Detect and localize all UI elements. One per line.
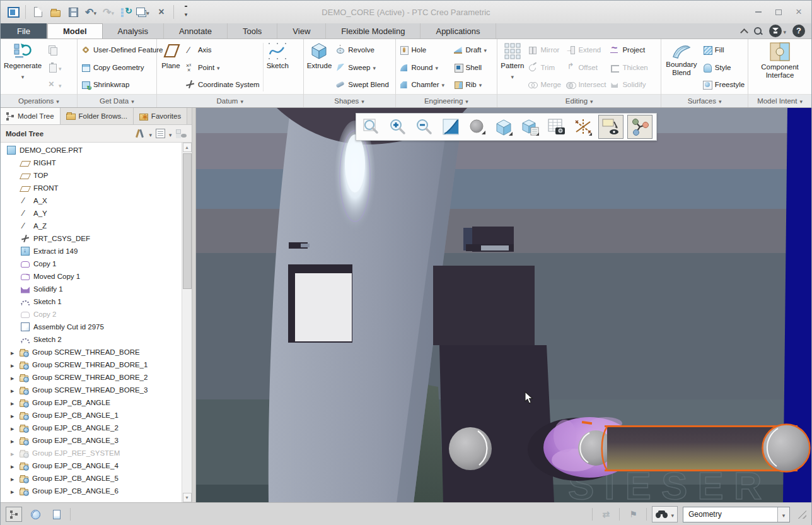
capture-button[interactable]	[544, 115, 569, 139]
solidify-button[interactable]: Solidify	[608, 76, 652, 93]
tree-item[interactable]: Sketch 2	[1, 333, 182, 346]
tree-item[interactable]: A_Z	[1, 220, 182, 232]
app-menu-button[interactable]	[5, 4, 21, 20]
trim-button[interactable]: Trim	[526, 59, 564, 76]
pattern-button[interactable]: Pattern	[499, 40, 526, 94]
tree-item[interactable]: RIGHT	[1, 156, 182, 169]
group-label-editing[interactable]: Editing	[497, 94, 661, 107]
mirror-button[interactable]: Mirror	[526, 42, 564, 58]
intersect-button[interactable]: Intersect	[564, 76, 608, 93]
rib-button[interactable]: Rib	[451, 76, 489, 93]
tab-view[interactable]: View	[277, 23, 326, 38]
group-label-shapes[interactable]: Shapes	[304, 94, 395, 107]
tree-item[interactable]: Group SCREW_THREAD_BORE	[1, 346, 182, 358]
tab-flexible-modeling[interactable]: Flexible Modeling	[326, 23, 420, 38]
display-style-button[interactable]	[465, 115, 490, 139]
new-file-button[interactable]	[30, 4, 46, 20]
3d-model-canvas[interactable]: SIESER	[196, 108, 811, 503]
tree-item[interactable]: A_X	[1, 194, 182, 207]
paste-button[interactable]	[45, 59, 64, 76]
expand-arrow-icon[interactable]	[11, 386, 20, 394]
tree-item[interactable]: Group EJP_REF_SYSTEM	[1, 447, 182, 459]
tab-favorites[interactable]: Favorites	[134, 108, 187, 124]
tree-item[interactable]: Group SCREW_THREAD_BORE_1	[1, 358, 182, 371]
tree-item[interactable]: Group EJP_CB_ANGLE_5	[1, 472, 182, 485]
point-button[interactable]: Point	[183, 59, 262, 76]
web-browser-button[interactable]	[27, 507, 44, 522]
tree-item[interactable]: Solidify 1	[1, 283, 182, 295]
tree-item[interactable]: A_Y	[1, 207, 182, 220]
tree-item[interactable]: Sketch 1	[1, 295, 182, 308]
extend-button[interactable]: Extend	[564, 42, 608, 58]
customize-quick-access-button[interactable]	[178, 4, 194, 20]
tree-item[interactable]: Group EJP_CB_ANGLE	[1, 396, 182, 409]
tree-scrollbar[interactable]: ▲ ▼	[182, 143, 192, 502]
tree-item[interactable]: Group EJP_CB_ANGLE_6	[1, 485, 182, 497]
offset-button[interactable]: Offset	[564, 59, 608, 76]
minimize-button[interactable]	[750, 5, 767, 19]
combo-dropdown-button[interactable]	[777, 507, 789, 522]
tree-item[interactable]: Group SCREW_THREAD_BORE_3	[1, 384, 182, 396]
tree-item[interactable]: Assembly Cut id 2975	[1, 321, 182, 333]
panel-splitter[interactable]	[192, 108, 196, 502]
regenerate-quick-button[interactable]	[118, 4, 134, 20]
expand-arrow-icon[interactable]	[11, 411, 20, 419]
expand-arrow-icon[interactable]	[11, 475, 20, 482]
zoom-in-button[interactable]	[385, 115, 410, 139]
scrollbar-thumb[interactable]	[183, 153, 192, 289]
tree-item[interactable]: Extract id 149	[1, 245, 182, 257]
sweep-button[interactable]: Sweep	[334, 59, 391, 76]
expand-arrow-icon[interactable]	[11, 399, 20, 406]
revolve-button[interactable]: Revolve	[334, 42, 391, 58]
tree-settings-icon[interactable]	[135, 129, 145, 139]
tree-item[interactable]: Group EJP_CB_ANGLE_3	[1, 434, 182, 447]
fill-button[interactable]: Fill	[700, 42, 746, 58]
show-hide-icon[interactable]	[176, 129, 187, 138]
delete-button[interactable]	[45, 76, 64, 93]
expand-arrow-icon[interactable]	[11, 437, 20, 444]
group-label-surfaces[interactable]: Surfaces	[661, 94, 748, 107]
saved-orientations-button[interactable]	[491, 115, 516, 139]
project-button[interactable]: Project	[608, 42, 652, 58]
collapse-ribbon-icon[interactable]	[741, 28, 749, 37]
repaint-button[interactable]	[438, 115, 463, 139]
tab-folder-browser[interactable]: Folder Brows...	[61, 108, 134, 124]
expand-arrow-icon[interactable]	[11, 374, 20, 381]
group-label-operations[interactable]: Operations	[1, 94, 77, 107]
spin-center-button[interactable]	[627, 115, 652, 139]
expand-arrow-icon[interactable]	[11, 361, 20, 369]
close-window-button[interactable]	[153, 4, 170, 20]
chamfer-button[interactable]: Chamfer	[397, 76, 451, 93]
extrude-button[interactable]: Extrude	[305, 40, 334, 94]
tree-item[interactable]: Copy 2	[1, 308, 182, 321]
group-label-get-data[interactable]: Get Data	[78, 94, 156, 107]
undo-button[interactable]	[83, 4, 99, 20]
scroll-down-button[interactable]: ▼	[183, 493, 192, 502]
regenerate-status-button[interactable]	[598, 507, 614, 522]
expand-arrow-icon[interactable]	[11, 348, 20, 356]
coordinate-system-button[interactable]: Coordinate System	[183, 76, 262, 93]
boundary-blend-button[interactable]: Boundary Blend	[663, 40, 700, 94]
scroll-up-button[interactable]: ▲	[183, 143, 192, 152]
tab-annotate[interactable]: Annotate	[164, 23, 228, 38]
learning-center-icon[interactable]	[769, 25, 782, 37]
plane-button[interactable]: Plane	[158, 40, 183, 94]
tree-item[interactable]: Moved Copy 1	[1, 270, 182, 283]
tab-file[interactable]: File	[1, 23, 47, 38]
merge-button[interactable]: Merge	[526, 76, 564, 93]
expand-arrow-icon[interactable]	[11, 487, 20, 495]
group-label-model-intent[interactable]: Model Intent	[748, 94, 811, 107]
tree-item[interactable]: Copy 1	[1, 257, 182, 270]
user-defined-feature-button[interactable]: User-Defined Feature	[79, 42, 165, 58]
resize-grip[interactable]	[798, 510, 806, 519]
tree-item[interactable]: TOP	[1, 169, 182, 182]
hole-button[interactable]: Hole	[397, 42, 451, 58]
copy-button[interactable]	[45, 42, 64, 58]
freestyle-button[interactable]: Freestyle	[700, 76, 746, 93]
expand-arrow-icon[interactable]	[11, 449, 20, 457]
save-button[interactable]	[65, 4, 81, 20]
tree-item[interactable]: Group SCREW_THREAD_BORE_2	[1, 371, 182, 384]
help-icon[interactable]	[792, 25, 805, 37]
copy-geometry-button[interactable]: Copy Geometry	[79, 59, 165, 76]
group-label-datum[interactable]: Datum	[157, 94, 303, 107]
